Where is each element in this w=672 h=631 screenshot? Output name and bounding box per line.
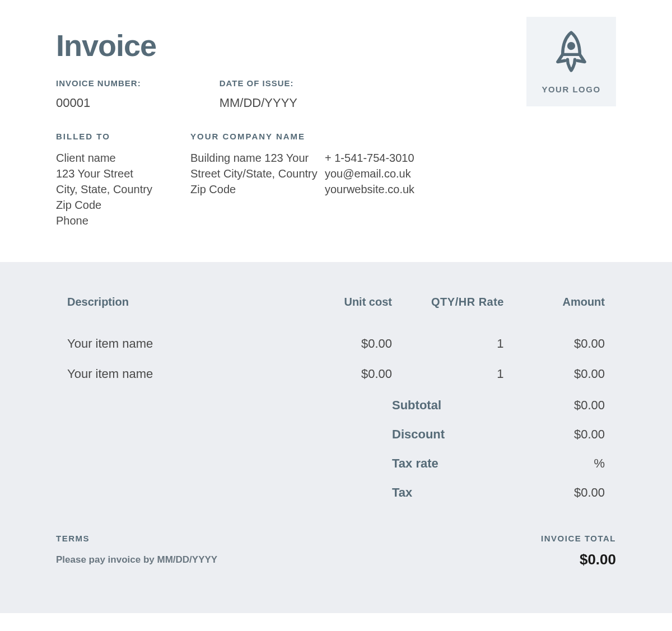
rocket-icon	[552, 30, 591, 77]
address-row: BILLED TO Client name 123 Your Street Ci…	[56, 132, 616, 228]
item-amount: $0.00	[504, 336, 605, 351]
item-amount: $0.00	[504, 367, 605, 381]
company-block: YOUR COMPANY NAME Building name 123 Your…	[190, 132, 325, 228]
tax-rate-value: %	[504, 456, 605, 471]
date-of-issue-field: DATE OF ISSUE: MM/DD/YYYY	[220, 78, 297, 110]
invoice-number-label: INVOICE NUMBER:	[56, 78, 141, 88]
terms-text: Please pay invoice by MM/DD/YYYY	[56, 554, 217, 565]
discount-label: Discount	[392, 427, 504, 442]
billed-to-label: BILLED TO	[56, 132, 185, 141]
header-qty: QTY/HR Rate	[392, 296, 504, 309]
tax-value: $0.00	[504, 485, 605, 500]
logo-placeholder: YOUR LOGO	[526, 17, 616, 106]
invoice-number-field: INVOICE NUMBER: 00001	[56, 78, 141, 110]
item-description: Your item name	[67, 336, 291, 351]
logo-text: YOUR LOGO	[542, 85, 600, 94]
date-of-issue-label: DATE OF ISSUE:	[220, 78, 297, 88]
tax-rate-label: Tax rate	[392, 456, 504, 471]
subtotal-label: Subtotal	[392, 398, 504, 413]
footer-row: TERMS Please pay invoice by MM/DD/YYYY I…	[56, 534, 616, 568]
header-unit-cost: Unit cost	[291, 296, 392, 309]
subtotal-value: $0.00	[504, 398, 605, 413]
invoice-total-value: $0.00	[541, 551, 616, 568]
item-qty: 1	[392, 367, 504, 381]
item-unit-cost: $0.00	[291, 336, 392, 351]
terms-block: TERMS Please pay invoice by MM/DD/YYYY	[56, 534, 217, 565]
billed-to-block: BILLED TO Client name 123 Your Street Ci…	[56, 132, 190, 228]
item-description: Your item name	[67, 367, 291, 381]
table-header-row: Description Unit cost QTY/HR Rate Amount	[56, 296, 616, 309]
tax-row: Tax $0.00	[67, 485, 605, 500]
invoice-total-label: INVOICE TOTAL	[541, 534, 616, 543]
invoice-total-block: INVOICE TOTAL $0.00	[541, 534, 616, 568]
company-contact-block: . + 1-541-754-3010 you@email.co.uk yourw…	[325, 132, 448, 228]
item-qty: 1	[392, 336, 504, 351]
invoice-number-value: 00001	[56, 96, 141, 110]
tax-rate-row: Tax rate %	[67, 456, 605, 471]
header-section: Invoice INVOICE NUMBER: 00001 DATE OF IS…	[0, 0, 672, 262]
item-unit-cost: $0.00	[291, 367, 392, 381]
header-amount: Amount	[504, 296, 605, 309]
header-description: Description	[67, 296, 291, 309]
tax-label: Tax	[392, 485, 504, 500]
company-contact: + 1-541-754-3010 you@email.co.uk yourweb…	[325, 150, 448, 197]
totals-block: Subtotal $0.00 Discount $0.00 Tax rate %…	[56, 398, 616, 500]
company-address: Building name 123 Your Street City/State…	[190, 150, 319, 197]
line-items-section: Description Unit cost QTY/HR Rate Amount…	[0, 262, 672, 613]
company-label: YOUR COMPANY NAME	[190, 132, 319, 141]
discount-value: $0.00	[504, 427, 605, 442]
table-row: Your item name $0.00 1 $0.00	[56, 367, 616, 381]
date-of-issue-value: MM/DD/YYYY	[220, 96, 297, 110]
terms-label: TERMS	[56, 534, 217, 543]
billed-to-text: Client name 123 Your Street City, State,…	[56, 150, 185, 228]
discount-row: Discount $0.00	[67, 427, 605, 442]
svg-point-0	[569, 43, 574, 48]
subtotal-row: Subtotal $0.00	[67, 398, 605, 413]
table-row: Your item name $0.00 1 $0.00	[56, 336, 616, 351]
